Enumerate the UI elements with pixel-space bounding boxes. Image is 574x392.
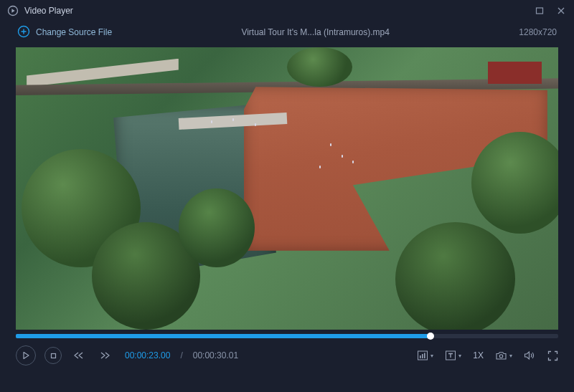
volume-button[interactable] (524, 350, 536, 360)
app-play-icon (7, 5, 19, 16)
svg-rect-7 (424, 353, 425, 359)
maximize-button[interactable] (534, 5, 545, 16)
forward-button[interactable] (96, 347, 113, 364)
plus-circle-icon (17, 25, 30, 40)
svg-rect-5 (420, 355, 421, 358)
camera-menu-button[interactable]: ▾ (495, 351, 512, 360)
stop-button[interactable] (44, 347, 62, 364)
svg-rect-3 (51, 353, 55, 358)
bar-chart-icon (417, 350, 428, 360)
play-button[interactable] (16, 345, 36, 365)
time-separator: / (180, 350, 182, 360)
svg-rect-6 (422, 354, 423, 358)
change-source-label: Change Source File (36, 27, 112, 37)
progress-bar[interactable] (16, 334, 558, 338)
text-menu-button[interactable]: ▾ (445, 350, 461, 360)
svg-point-9 (499, 354, 502, 357)
playback-speed-button[interactable]: 1X (473, 350, 484, 360)
rewind-button[interactable] (70, 347, 88, 364)
app-title: Video Player (24, 6, 73, 16)
time-current: 00:00:23.00 (125, 350, 170, 360)
controls-bar: 00:00:23.00 / 00:00:30.01 ▾ ▾ 1X ▾ (0, 338, 574, 373)
progress-fill (16, 334, 430, 338)
camera-icon (495, 351, 507, 360)
chevron-down-icon: ▾ (509, 353, 512, 359)
source-filename: Virtual Tour It's M...la (Intramuros).mp… (112, 27, 519, 37)
chevron-down-icon: ▾ (458, 353, 461, 359)
video-frame (16, 47, 558, 330)
fullscreen-icon (547, 350, 558, 361)
infobar: Change Source File Virtual Tour It's M..… (0, 21, 574, 43)
video-viewport[interactable] (16, 47, 558, 330)
text-box-icon (445, 350, 456, 360)
volume-icon (524, 350, 536, 360)
chevron-down-icon: ▾ (430, 353, 433, 359)
svg-rect-1 (537, 8, 543, 14)
chart-menu-button[interactable]: ▾ (417, 350, 433, 360)
titlebar: Video Player (0, 0, 574, 21)
fullscreen-button[interactable] (547, 350, 558, 361)
source-resolution: 1280x720 (519, 27, 557, 37)
time-total: 00:00:30.01 (193, 350, 238, 360)
progress-thumb[interactable] (427, 333, 434, 340)
change-source-button[interactable]: Change Source File (17, 25, 112, 40)
close-button[interactable] (555, 5, 567, 16)
